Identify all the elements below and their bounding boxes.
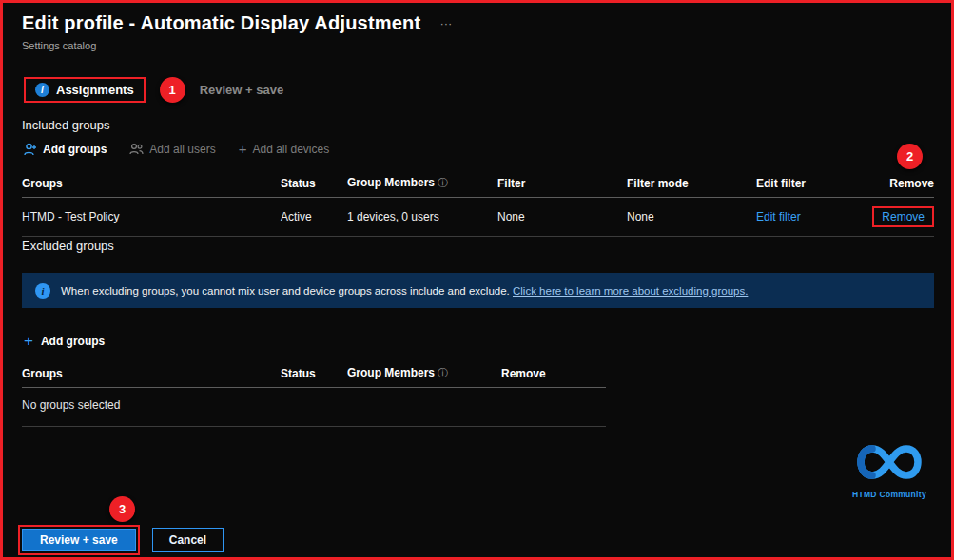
plus-icon: + — [239, 141, 247, 157]
col-filter-mode: Filter mode — [627, 177, 756, 190]
col-edit-filter: Edit filter — [756, 177, 859, 190]
col-group-members: Group Membersⓘ — [347, 176, 497, 190]
add-all-users-button[interactable]: Add all users — [129, 143, 215, 156]
people-icon — [129, 143, 144, 155]
included-toolbar: Add groups Add all users + Add all devic… — [24, 141, 329, 157]
col-remove: Remove — [859, 177, 934, 190]
tab-bar: i Assignments 1 Review + save — [24, 77, 283, 103]
excluded-add-groups-button[interactable]: + Add groups — [24, 333, 105, 349]
htmd-logo-icon — [852, 440, 926, 484]
blade-subtitle: Settings catalog — [22, 40, 452, 51]
banner-text: When excluding groups, you cannot mix us… — [61, 285, 748, 297]
included-groups-table: Groups Status Group Membersⓘ Filter Filt… — [22, 170, 934, 237]
col-filter: Filter — [497, 177, 627, 190]
assignments-info-icon: i — [35, 83, 49, 97]
group-status: Active — [281, 210, 347, 223]
edit-filter-link[interactable]: Edit filter — [756, 210, 801, 223]
htmd-logo-text: HTMD Community — [852, 490, 926, 499]
col-status: Status — [281, 177, 347, 190]
col-group-members: Group Membersⓘ — [347, 366, 501, 380]
col-status: Status — [281, 367, 347, 380]
remove-link[interactable]: Remove — [882, 210, 925, 223]
exclusion-info-banner: i When excluding groups, you cannot mix … — [22, 273, 934, 308]
excluded-groups-table: Groups Status Group Membersⓘ Remove No g… — [22, 360, 606, 427]
tab-review-save[interactable]: Review + save — [200, 83, 284, 97]
info-icon: ⓘ — [438, 367, 448, 378]
header: Edit profile - Automatic Display Adjustm… — [22, 12, 452, 51]
htmd-logo: HTMD Community — [852, 440, 926, 499]
plus-icon: + — [24, 333, 33, 349]
learn-more-link[interactable]: Click here to learn more about excluding… — [513, 285, 748, 297]
annotation-badge-2: 2 — [897, 144, 923, 169]
info-icon: ⓘ — [438, 177, 448, 188]
more-options-icon[interactable]: ··· — [439, 12, 452, 30]
add-person-icon — [24, 143, 37, 156]
table-row: HTMD - Test Policy Active 1 devices, 0 u… — [22, 198, 934, 237]
edit-profile-blade: Edit profile - Automatic Display Adjustm… — [0, 0, 954, 560]
group-filter-mode: None — [627, 210, 756, 223]
annotation-badge-3: 3 — [109, 496, 135, 522]
excluded-table-header: Groups Status Group Membersⓘ Remove — [22, 360, 606, 388]
included-table-header: Groups Status Group Membersⓘ Filter Filt… — [22, 170, 934, 198]
footer-actions: Review + save Cancel — [18, 525, 224, 555]
included-groups-title: Included groups — [22, 118, 110, 132]
review-save-annotation-box: Review + save — [18, 525, 140, 555]
info-icon: i — [35, 283, 50, 299]
group-name: HTMD - Test Policy — [22, 210, 281, 223]
no-groups-selected: No groups selected — [22, 388, 606, 427]
add-all-users-label: Add all users — [149, 143, 215, 156]
add-all-devices-label: Add all devices — [252, 143, 329, 156]
add-groups-label: Add groups — [43, 143, 107, 156]
excluded-add-groups-label: Add groups — [41, 335, 105, 348]
col-remove: Remove — [501, 367, 587, 380]
col-groups: Groups — [22, 367, 281, 380]
review-save-button[interactable]: Review + save — [22, 529, 136, 551]
col-groups: Groups — [22, 177, 281, 190]
group-filter: None — [497, 210, 627, 223]
tab-assignments-label: Assignments — [56, 83, 134, 97]
tab-assignments[interactable]: i Assignments — [24, 77, 146, 103]
annotation-badge-1: 1 — [160, 77, 185, 103]
cancel-button[interactable]: Cancel — [152, 528, 224, 552]
group-members: 1 devices, 0 users — [347, 210, 497, 223]
page-title: Edit profile - Automatic Display Adjustm… — [22, 12, 420, 34]
add-groups-button[interactable]: Add groups — [24, 143, 107, 156]
excluded-groups-title: Excluded groups — [22, 239, 114, 253]
add-all-devices-button[interactable]: + Add all devices — [239, 141, 329, 157]
